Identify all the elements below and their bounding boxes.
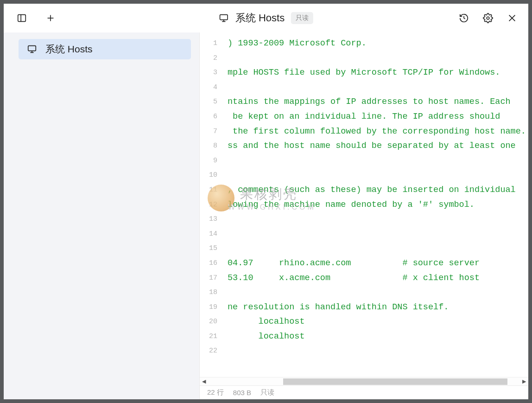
editor-pane: 1) 1993-2009 Microsoft Corp.23mple HOSTS…: [199, 32, 528, 399]
gear-icon[interactable]: [483, 13, 493, 23]
line-text: [222, 227, 228, 242]
line-text: , comments (such as these) may be insert…: [222, 183, 516, 198]
line-number: 2: [200, 51, 222, 66]
line-number: 21: [200, 329, 222, 344]
line-text: [222, 80, 228, 95]
line-text: 04.97 rhino.acme.com # source server: [222, 256, 480, 271]
code-line: 15: [200, 241, 528, 256]
line-number: 20: [200, 314, 222, 329]
horizontal-scrollbar[interactable]: ◀ ▶: [200, 377, 528, 385]
code-line: 4: [200, 80, 528, 95]
line-text: [222, 168, 228, 183]
scroll-track[interactable]: [208, 378, 520, 385]
code-line: 19ne resolution is handled within DNS it…: [200, 300, 528, 315]
code-line: 20 localhost: [200, 314, 528, 329]
code-line: 10: [200, 168, 528, 183]
monitor-icon: [27, 44, 37, 54]
panel-toggle-icon[interactable]: [17, 13, 27, 23]
code-line: 3mple HOSTS file used by Microsoft TCP/I…: [200, 65, 528, 80]
toolbar: 系统 Hosts 只读: [4, 4, 528, 32]
line-number: 15: [200, 241, 222, 256]
status-bar: 22 行 803 B 只读: [200, 385, 528, 399]
svg-rect-0: [18, 15, 26, 22]
line-text: the first column followed by the corresp…: [222, 124, 526, 139]
code-line: 7 the first column followed by the corre…: [200, 124, 528, 139]
code-line: 12lowing the machine name denoted by a '…: [200, 198, 528, 212]
line-number: 14: [200, 227, 222, 242]
history-icon[interactable]: [459, 13, 469, 23]
code-line: 18: [200, 285, 528, 300]
line-number: 18: [200, 285, 222, 300]
line-text: lowing the machine name denoted by a '#'…: [222, 198, 475, 212]
line-number: 19: [200, 300, 222, 315]
scroll-left-icon[interactable]: ◀: [200, 377, 208, 385]
code-line: 22: [200, 344, 528, 358]
line-text: ss and the host name should be separated…: [222, 139, 516, 154]
svg-rect-10: [28, 46, 36, 51]
status-mode: 只读: [260, 388, 274, 397]
line-number: 5: [200, 95, 222, 109]
sidebar-item-system-hosts[interactable]: 系统 Hosts: [19, 39, 191, 59]
code-line: 1753.10 x.acme.com # x client host: [200, 271, 528, 286]
monitor-icon: [219, 13, 229, 23]
line-number: 16: [200, 256, 222, 271]
code-line: 1) 1993-2009 Microsoft Corp.: [200, 36, 528, 51]
line-text: [222, 344, 228, 358]
line-number: 22: [200, 344, 222, 358]
svg-rect-4: [220, 15, 228, 20]
line-text: localhost: [222, 314, 305, 329]
line-number: 13: [200, 212, 222, 227]
code-line: 1604.97 rhino.acme.com # source server: [200, 256, 528, 271]
line-text: [222, 285, 228, 300]
line-text: be kept on an individual line. The IP ad…: [222, 109, 500, 124]
add-icon[interactable]: [45, 13, 56, 23]
line-text: ) 1993-2009 Microsoft Corp.: [222, 36, 367, 51]
line-number: 1: [200, 36, 222, 51]
line-text: [222, 212, 228, 227]
line-number: 6: [200, 109, 222, 124]
line-number: 8: [200, 139, 222, 154]
code-line: 13: [200, 212, 528, 227]
line-number: 3: [200, 65, 222, 80]
line-text: ne resolution is handled within DNS itse…: [222, 300, 449, 315]
svg-point-7: [487, 17, 489, 19]
body-split: 系统 Hosts 1) 1993-2009 Microsoft Corp.23m…: [4, 32, 528, 399]
sidebar: 系统 Hosts: [4, 32, 199, 399]
code-line: 21 localhost: [200, 329, 528, 344]
line-text: ntains the mappings of IP addresses to h…: [222, 95, 511, 109]
line-number: 12: [200, 198, 222, 212]
line-text: mple HOSTS file used by Microsoft TCP/IP…: [222, 65, 500, 80]
line-number: 17: [200, 271, 222, 286]
code-line: 2: [200, 51, 528, 66]
status-lines: 22 行: [207, 388, 224, 397]
scroll-right-icon[interactable]: ▶: [520, 377, 528, 385]
code-line: 8ss and the host name should be separate…: [200, 139, 528, 154]
line-number: 4: [200, 80, 222, 95]
window-title: 系统 Hosts: [235, 11, 285, 25]
line-number: 9: [200, 154, 222, 168]
window-title-group: 系统 Hosts 只读: [219, 11, 313, 25]
line-text: [222, 154, 228, 168]
line-text: [222, 51, 228, 66]
sidebar-item-label: 系统 Hosts: [45, 43, 93, 56]
code-line: 9: [200, 154, 528, 168]
code-line: 11, comments (such as these) may be inse…: [200, 183, 528, 198]
line-text: localhost: [222, 329, 305, 344]
line-text: 53.10 x.acme.com # x client host: [222, 271, 480, 286]
toolbar-right: [459, 13, 520, 23]
line-number: 11: [200, 183, 222, 198]
toolbar-left: [12, 13, 56, 23]
app-window: 系统 Hosts 只读 系统 Hosts: [4, 4, 528, 399]
readonly-badge: 只读: [291, 12, 313, 24]
code-line: 5ntains the mappings of IP addresses to …: [200, 95, 528, 109]
line-number: 10: [200, 168, 222, 183]
line-text: [222, 241, 228, 256]
code-line: 14: [200, 227, 528, 242]
status-size: 803 B: [233, 389, 251, 397]
scroll-thumb[interactable]: [283, 378, 508, 385]
line-number: 7: [200, 124, 222, 139]
close-icon[interactable]: [507, 13, 517, 23]
code-line: 6 be kept on an individual line. The IP …: [200, 109, 528, 124]
code-area[interactable]: 1) 1993-2009 Microsoft Corp.23mple HOSTS…: [200, 32, 528, 377]
